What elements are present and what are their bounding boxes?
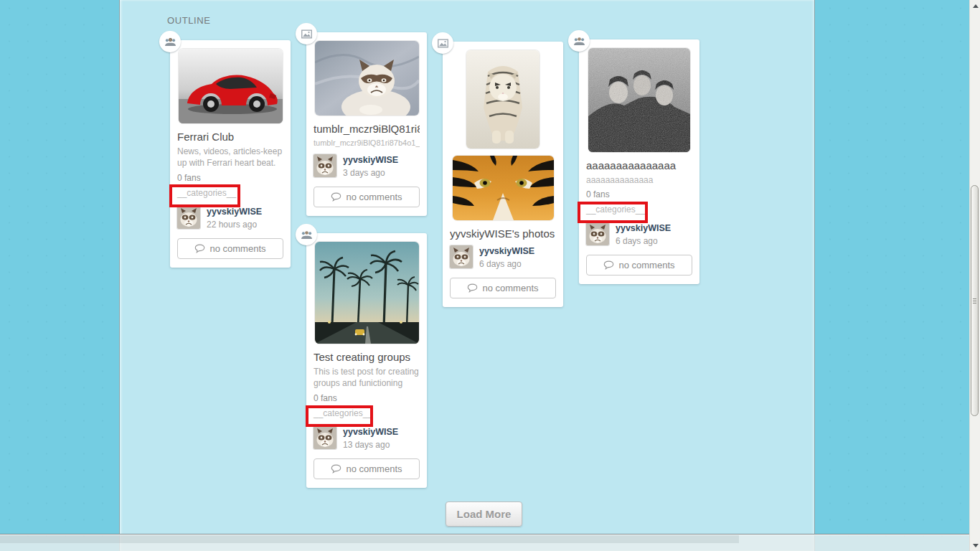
load-more-button[interactable]: Load More (446, 501, 522, 527)
categories-placeholder[interactable]: __categories__ (586, 204, 692, 215)
outline-heading: OUTLINE (167, 15, 211, 26)
image-icon (432, 32, 453, 54)
speech-bubble-icon (603, 260, 614, 270)
speech-bubble-icon (331, 192, 341, 202)
fans-count: 0 fans (586, 189, 692, 199)
avatar[interactable] (450, 245, 473, 268)
avatar[interactable] (314, 426, 336, 449)
no-comments-button[interactable]: no comments (450, 278, 556, 298)
white-tiger-photo[interactable] (466, 50, 540, 149)
footer-inner-strip (0, 535, 739, 543)
author-link[interactable]: yyvskiyWISE (343, 427, 398, 438)
card-title[interactable]: yyvskiyWISE's photos (450, 227, 556, 240)
card-description: This is test post for creating groups an… (314, 367, 420, 389)
categories-placeholder[interactable]: __categories__ (177, 188, 283, 198)
card-description: aaaaaaaaaaaaaa (586, 175, 692, 185)
no-comments-label: no comments (618, 260, 674, 270)
timestamp: 6 days ago (616, 236, 671, 246)
scrollbar-grip (973, 298, 976, 304)
no-comments-button[interactable]: no comments (314, 458, 420, 479)
group-bw-photo[interactable] (588, 48, 690, 152)
no-comments-button[interactable]: no comments (177, 238, 283, 259)
group-card-test-groups[interactable]: Test creating groups This is test post f… (306, 233, 427, 488)
image-icon (296, 23, 317, 44)
author-link[interactable]: yyvskiyWISE (343, 155, 398, 166)
timestamp: 3 days ago (343, 168, 398, 178)
group-icon (568, 30, 590, 52)
group-card-aaaa[interactable]: aaaaaaaaaaaaaaa aaaaaaaaaaaaaa 0 fans __… (579, 39, 699, 284)
group-icon (296, 224, 317, 245)
avatar[interactable] (314, 154, 336, 177)
tiger-eyes-photo[interactable] (453, 156, 554, 220)
palm-street-photo[interactable] (315, 242, 419, 344)
photo-card-tumblr[interactable]: tumblr_mczr9iBlQ81ri87b4 tumblr_mczr9iBl… (306, 32, 427, 216)
page-background: { "header": { "outline_label": "OUTLINE"… (0, 0, 980, 551)
scroll-down-arrow-icon[interactable] (970, 540, 980, 551)
no-comments-label: no comments (209, 243, 265, 254)
grumpy-cat-photo[interactable] (315, 41, 419, 116)
no-comments-label: no comments (482, 283, 538, 293)
fans-count: 0 fans (314, 393, 420, 403)
speech-bubble-icon (331, 464, 341, 474)
group-card-ferrari-club[interactable]: Ferrari Club News, videos, articles-keep… (170, 40, 291, 268)
card-description: News, videos, articles-keep up with Ferr… (177, 146, 283, 169)
scrollbar-thumb[interactable] (971, 185, 979, 416)
avatar[interactable] (177, 206, 200, 229)
card-subtitle: tumblr_mczr9iBlQ81ri87b4o1_128 (314, 138, 420, 147)
no-comments-label: no comments (346, 192, 402, 202)
author-link[interactable]: yyvskiyWISE (616, 223, 671, 234)
no-comments-button[interactable]: no comments (314, 187, 420, 207)
footer-bar (0, 534, 980, 551)
card-title[interactable]: Test creating groups (314, 351, 420, 363)
no-comments-button[interactable]: no comments (586, 255, 692, 276)
author-link[interactable]: yyvskiyWISE (479, 246, 534, 257)
vertical-scrollbar[interactable] (969, 0, 980, 551)
speech-bubble-icon (194, 244, 205, 253)
no-comments-label: no comments (346, 463, 402, 474)
card-title[interactable]: aaaaaaaaaaaaaaa (586, 159, 692, 171)
categories-placeholder[interactable]: __categories__ (314, 408, 420, 418)
fans-count: 0 fans (177, 173, 283, 183)
group-icon (159, 31, 181, 52)
card-title[interactable]: Ferrari Club (177, 131, 283, 143)
photo-card-tigers[interactable]: yyvskiyWISE's photos yyvskiyWISE 6 days … (443, 42, 563, 307)
timestamp: 6 days ago (479, 259, 534, 269)
ferrari-car-photo[interactable] (179, 49, 283, 123)
card-title[interactable]: tumblr_mczr9iBlQ81ri87b4 (314, 123, 420, 135)
timestamp: 22 hours ago (207, 220, 262, 230)
scroll-up-arrow-icon[interactable] (970, 0, 980, 11)
timestamp: 13 days ago (343, 440, 398, 450)
speech-bubble-icon (467, 283, 478, 293)
avatar[interactable] (586, 222, 609, 245)
author-link[interactable]: yyvskiyWISE (207, 207, 262, 217)
